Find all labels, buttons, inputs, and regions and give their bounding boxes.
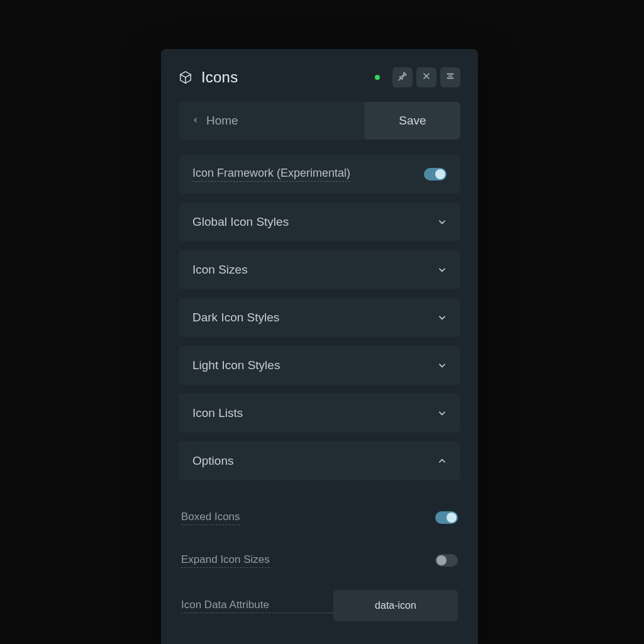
accordion-dark-icon-styles[interactable]: Dark Icon Styles <box>179 298 460 337</box>
nav-row: Home Save <box>179 102 460 140</box>
icon-data-attribute-row: Icon Data Attribute <box>181 590 458 621</box>
accordion-label: Icon Lists <box>192 406 243 420</box>
menu-button[interactable] <box>440 67 460 87</box>
chevron-down-icon <box>438 218 447 226</box>
accordion-global-icon-styles[interactable]: Global Icon Styles <box>179 203 460 242</box>
menu-icon <box>445 71 455 84</box>
icon-framework-row: Icon Framework (Experimental) <box>179 155 460 194</box>
options-body: Boxed Icons Expand Icon Sizes Icon Data … <box>179 489 460 621</box>
panel-header: Icons <box>179 64 460 91</box>
pin-icon <box>397 71 408 84</box>
boxed-icons-row: Boxed Icons <box>181 499 458 536</box>
chevron-down-icon <box>438 409 447 418</box>
sections: Icon Framework (Experimental) Global Ico… <box>179 155 460 621</box>
accordion-icon-lists[interactable]: Icon Lists <box>179 394 460 433</box>
status-dot-icon <box>375 75 380 80</box>
expand-icon-sizes-row: Expand Icon Sizes <box>181 542 458 579</box>
chevron-down-icon <box>438 265 447 274</box>
icon-data-attribute-input[interactable] <box>333 590 458 621</box>
icon-framework-toggle[interactable] <box>424 168 447 180</box>
expand-icon-sizes-toggle[interactable] <box>435 554 458 567</box>
save-button[interactable]: Save <box>365 102 460 140</box>
accordion-label: Light Icon Styles <box>192 358 280 372</box>
accordion-label: Global Icon Styles <box>192 215 289 229</box>
accordion-label: Dark Icon Styles <box>192 311 279 325</box>
boxed-icons-toggle[interactable] <box>435 511 458 524</box>
accordion-light-icon-styles[interactable]: Light Icon Styles <box>179 346 460 385</box>
expand-icon-sizes-label: Expand Icon Sizes <box>181 553 270 568</box>
icon-data-attribute-label: Icon Data Attribute <box>181 599 333 613</box>
accordion-label: Icon Sizes <box>192 263 248 277</box>
chevron-left-icon <box>192 114 199 128</box>
chevron-up-icon <box>438 457 447 465</box>
icon-framework-label: Icon Framework (Experimental) <box>192 167 350 182</box>
boxed-icons-label: Boxed Icons <box>181 511 240 525</box>
back-button[interactable]: Home <box>179 102 365 140</box>
close-button[interactable] <box>416 67 436 87</box>
icons-panel: Icons <box>161 49 478 644</box>
cube-icon <box>179 70 192 84</box>
panel-title: Icons <box>201 69 375 86</box>
chevron-down-icon <box>438 361 447 370</box>
accordion-label: Options <box>192 454 233 468</box>
back-label: Home <box>206 114 238 128</box>
save-label: Save <box>399 114 426 128</box>
accordion-options[interactable]: Options <box>179 441 460 480</box>
pin-button[interactable] <box>392 67 413 87</box>
chevron-down-icon <box>438 313 447 322</box>
accordion-icon-sizes[interactable]: Icon Sizes <box>179 250 460 289</box>
close-icon <box>422 72 431 83</box>
